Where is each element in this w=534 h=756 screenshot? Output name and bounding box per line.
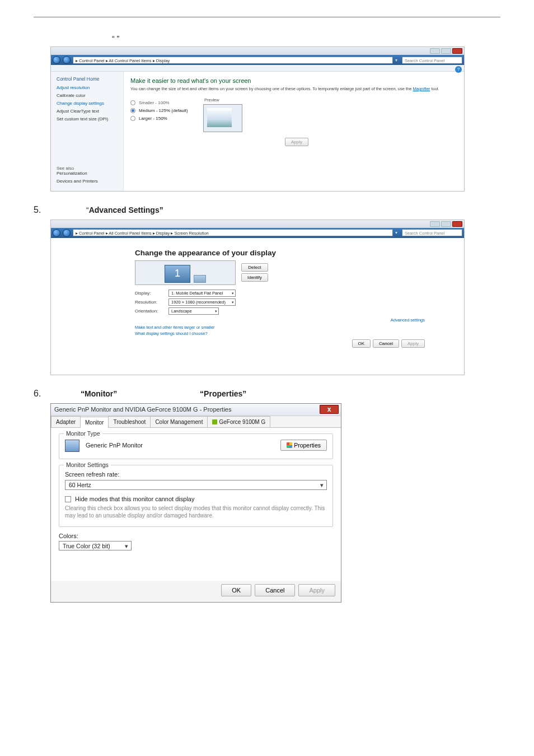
identify-button[interactable]: Identify: [241, 273, 268, 282]
sidebar-item-calibrate-color[interactable]: Calibrate color: [57, 93, 119, 98]
hide-modes-label: Hide modes that this monitor cannot disp…: [75, 496, 194, 502]
window-titlebar: [51, 220, 464, 228]
option-larger[interactable]: Larger - 150%: [130, 116, 203, 121]
monitor-settings-group: Monitor Settings Screen refresh rate: 60…: [59, 465, 333, 527]
page-description: You can change the size of text and othe…: [130, 86, 457, 92]
display-label: Display:: [135, 291, 168, 296]
page-title: Change the appearance of your display: [135, 249, 425, 257]
search-input[interactable]: Search Control Panel: [402, 229, 462, 236]
orientation-select[interactable]: Landscape: [168, 307, 219, 315]
preview-label: Preview: [204, 97, 219, 102]
page-title: Make it easier to read what's on your sc…: [130, 77, 457, 84]
sidebar: Control Panel Home Adjust resolution Cal…: [51, 72, 124, 191]
colors-group: Colors: True Color (32 bit): [59, 533, 333, 553]
maximize-button[interactable]: [441, 221, 451, 227]
sidebar-item-adjust-resolution[interactable]: Adjust resolution: [57, 85, 119, 90]
resolution-select[interactable]: 1920 × 1080 (recommended): [168, 298, 236, 306]
see-also-personalization[interactable]: Personalization: [57, 171, 119, 176]
minimize-button[interactable]: [430, 221, 440, 227]
ok-button[interactable]: OK: [221, 584, 251, 596]
breadcrumb[interactable]: ▸ Control Panel ▸ All Control Panel Item…: [73, 229, 393, 236]
hide-modes-hint: Clearing this check box allows you to se…: [65, 505, 327, 520]
close-button[interactable]: [452, 221, 462, 227]
search-input[interactable]: Search Control Panel: [402, 57, 462, 64]
monitor-preview[interactable]: 1: [135, 260, 236, 285]
cancel-button[interactable]: Cancel: [255, 584, 295, 596]
sidebar-item-change-display[interactable]: Change display settings: [57, 101, 119, 106]
shield-icon: [287, 442, 292, 448]
figure-screen-resolution: ▸ Control Panel ▸ All Control Panel Item…: [50, 220, 465, 375]
tab-monitor[interactable]: Monitor: [80, 417, 109, 428]
colors-select[interactable]: True Color (32 bit): [59, 541, 132, 550]
colors-label: Colors:: [59, 533, 333, 539]
display-select[interactable]: 1. Mobile Default Flat Panel: [168, 290, 236, 297]
nav-forward-button[interactable]: [63, 229, 71, 237]
properties-button[interactable]: Properties: [280, 440, 327, 451]
dialog-title: Generic PnP Monitor and NVIDIA GeForce 9…: [54, 406, 232, 413]
magnifier-link[interactable]: Magnifier: [413, 86, 430, 91]
tab-geforce[interactable]: GeForce 9100M G: [207, 416, 270, 427]
tab-color-management[interactable]: Color Management: [150, 416, 208, 427]
see-also-header: See also: [57, 166, 119, 171]
nav-back-button[interactable]: [53, 56, 60, 64]
nvidia-icon: [212, 419, 217, 424]
figure-display-settings: ▸ Control Panel ▸ All Control Panel Item…: [50, 46, 465, 192]
ok-button[interactable]: OK: [352, 339, 371, 348]
detect-button[interactable]: Detect: [241, 263, 268, 272]
tab-adapter[interactable]: Adapter: [51, 416, 81, 427]
maximize-button[interactable]: [441, 48, 451, 54]
monitor-type-legend: Monitor Type: [64, 430, 102, 437]
step-5: 5. “Advanced Settings”: [34, 205, 500, 215]
tab-strip: Adapter Monitor Troubleshoot Color Manag…: [51, 416, 341, 428]
nav-back-button[interactable]: [53, 229, 60, 237]
refresh-rate-label: Screen refresh rate:: [65, 471, 327, 478]
monitor-icon: [65, 440, 79, 452]
sidebar-home[interactable]: Control Panel Home: [57, 76, 119, 82]
preview-image: [203, 104, 242, 132]
tab-troubleshoot[interactable]: Troubleshoot: [108, 416, 151, 427]
step4-quote: “ ”: [112, 34, 500, 43]
close-button[interactable]: x: [320, 405, 339, 414]
monitor-name: Generic PnP Monitor: [86, 442, 143, 449]
orientation-label: Orientation:: [135, 309, 168, 314]
option-medium[interactable]: Medium - 125% (default): [130, 108, 203, 113]
apply-button[interactable]: Apply: [401, 339, 425, 348]
resolution-label: Resolution:: [135, 300, 168, 305]
see-also-devices[interactable]: Devices and Printers: [57, 179, 119, 184]
monitor-1[interactable]: 1: [165, 265, 190, 283]
close-button[interactable]: [452, 48, 462, 54]
breadcrumb[interactable]: ▸ Control Panel ▸ All Control Panel Item…: [73, 57, 393, 64]
address-bar: ▸ Control Panel ▸ All Control Panel Item…: [51, 228, 464, 238]
window-titlebar: [51, 47, 464, 55]
cancel-button[interactable]: Cancel: [373, 339, 399, 348]
monitor-properties-dialog: Generic PnP Monitor and NVIDIA GeForce 9…: [50, 403, 341, 603]
text-size-link[interactable]: Make text and other items larger or smal…: [135, 325, 425, 330]
minimize-button[interactable]: [430, 48, 440, 54]
advanced-settings-link[interactable]: Advanced settings: [391, 318, 425, 323]
monitor-settings-legend: Monitor Settings: [64, 461, 111, 468]
apply-button[interactable]: Apply: [298, 584, 335, 596]
refresh-rate-select[interactable]: 60 Hertz: [65, 480, 327, 490]
nav-forward-button[interactable]: [63, 56, 71, 64]
step-6: 6. “Monitor” “Properties”: [34, 389, 500, 399]
monitor-type-group: Monitor Type Generic PnP Monitor Propert…: [59, 433, 333, 459]
what-settings-link[interactable]: What display settings should I choose?: [135, 331, 425, 336]
hide-modes-checkbox[interactable]: [65, 496, 71, 502]
monitor-secondary[interactable]: [194, 275, 206, 283]
sidebar-item-cleartype[interactable]: Adjust ClearType text: [57, 109, 119, 114]
apply-button[interactable]: Apply: [285, 138, 308, 146]
sidebar-item-custom-dpi[interactable]: Set custom text size (DPI): [57, 116, 119, 122]
option-smaller[interactable]: Smaller - 100%: [130, 100, 203, 105]
address-bar: ▸ Control Panel ▸ All Control Panel Item…: [51, 55, 464, 65]
